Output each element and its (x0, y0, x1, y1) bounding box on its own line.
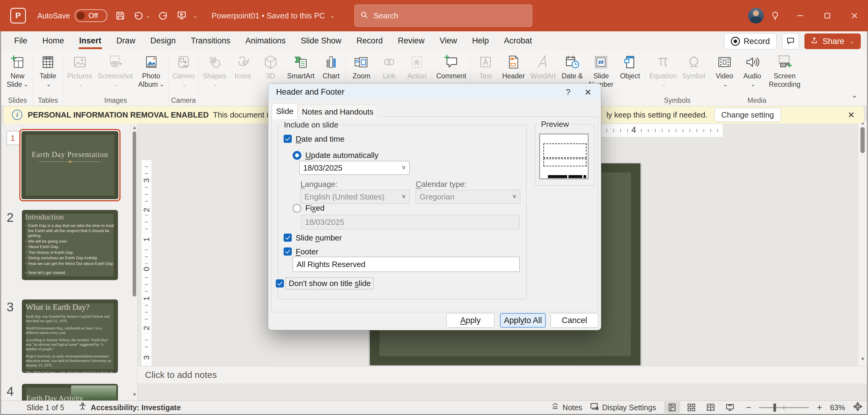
footer-checkbox[interactable] (284, 248, 292, 256)
ribbon-button-icons[interactable]: Icons (229, 51, 257, 89)
tab-record[interactable]: Record (349, 31, 390, 50)
tab-acrobat[interactable]: Acrobat (496, 31, 539, 50)
ribbon-button-screenshot[interactable]: Screenshot⌄ (95, 51, 135, 89)
fixed-date-input[interactable]: 18/03/2025 (301, 215, 520, 229)
close-button[interactable] (841, 0, 868, 31)
panel-scrollbar-thumb[interactable] (133, 131, 136, 296)
slide-thumbnail-4[interactable]: Earth Day Activity (22, 384, 118, 401)
notes-toggle-button[interactable]: Notes (551, 402, 582, 413)
comments-button[interactable] (782, 33, 799, 50)
slide-thumbnail-3[interactable]: What is Earth Day? Earth Day was founded… (22, 299, 118, 373)
ribbon-button-photo-album[interactable]: PhotoAlbum⌄ (135, 51, 167, 89)
scroll-up-icon[interactable]: ▲ (132, 125, 137, 130)
ribbon-button-pictures[interactable]: Pictures⌄ (64, 51, 95, 89)
dialog-help-button[interactable]: ? (563, 87, 573, 97)
accessibility-icon (78, 402, 87, 413)
panel-scrollbar[interactable]: ▲ ▼ (132, 124, 137, 401)
document-title[interactable]: Powerpoint01 • Saved to this PC⌄ (212, 11, 335, 21)
tab-draw[interactable]: Draw (109, 31, 143, 50)
ribbon-button-table[interactable]: Table⌄ (34, 51, 62, 89)
tab-design[interactable]: Design (143, 31, 183, 50)
fixed-radio[interactable] (293, 204, 301, 213)
quick-access-chevron-icon[interactable]: ⌄ (193, 12, 198, 19)
dont-show-title-label[interactable]: Don't show on title slide (286, 278, 373, 289)
tab-view[interactable]: View (432, 31, 464, 50)
tab-file[interactable]: File (7, 31, 35, 50)
ribbon-button-symbol[interactable]: Symbol (679, 51, 708, 89)
tab-review[interactable]: Review (390, 31, 432, 50)
redo-button[interactable] (158, 10, 168, 21)
calendar-type-select[interactable]: Gregorian˅ (415, 190, 520, 204)
start-slideshow-button[interactable] (176, 10, 187, 21)
ribbon-button-audio[interactable]: Audio⌄ (738, 51, 766, 89)
update-automatically-radio[interactable] (293, 151, 301, 160)
apply-to-all-button[interactable]: Apply to All (500, 313, 546, 328)
normal-view-button[interactable] (664, 402, 680, 414)
slide-number-checkbox[interactable] (284, 233, 292, 242)
tab-help[interactable]: Help (464, 31, 496, 50)
zoom-slider-thumb[interactable] (773, 404, 776, 412)
fit-to-window-icon[interactable] (853, 402, 863, 413)
save-button[interactable] (115, 10, 125, 21)
apply-button[interactable]: Apply (446, 313, 495, 328)
canvas-scrollbar[interactable]: ▲ ▼ ▲▲ ▼▼ (858, 121, 867, 381)
notes-placeholder[interactable]: Click to add notes (145, 370, 217, 380)
record-button[interactable]: Record (724, 33, 777, 50)
tab-slide-show[interactable]: Slide Show (293, 31, 349, 50)
ribbon-button-shapes[interactable]: Shapes⌄ (200, 51, 229, 89)
slide-number-label[interactable]: Slide number (296, 233, 342, 243)
minimize-button[interactable] (786, 0, 814, 31)
slide-sorter-view-button[interactable] (683, 402, 700, 414)
display-settings-button[interactable]: Display Settings (590, 402, 656, 413)
share-button[interactable]: Share⌄ (804, 33, 861, 49)
accessibility-status[interactable]: Accessibility: Investigate (78, 402, 181, 413)
ribbon-button-equation[interactable]: Equation⌄ (647, 51, 679, 89)
dialog-tab-slide[interactable]: Slide (272, 103, 298, 119)
notification-close-icon[interactable]: ✕ (848, 110, 855, 120)
search-bar[interactable] (354, 4, 532, 27)
date-format-select[interactable]: 18/03/2025˅ (299, 161, 410, 175)
tab-home[interactable]: Home (35, 31, 72, 50)
footer-label[interactable]: Footer (296, 247, 318, 256)
zoom-in-button[interactable]: + (817, 402, 822, 413)
ribbon-button-video[interactable]: Video⌄ (711, 51, 738, 89)
maximize-button[interactable] (814, 0, 841, 31)
user-avatar[interactable] (748, 8, 764, 24)
language-select[interactable]: English (United States)˅ (301, 190, 410, 204)
ribbon-button-screen-recording[interactable]: ScreenRecording (766, 51, 803, 89)
zoom-out-button[interactable]: − (746, 402, 751, 413)
tab-insert[interactable]: Insert (72, 31, 109, 50)
slide-thumbnail-1[interactable]: Earth Day Presentation Organization Name (19, 129, 121, 201)
record-icon (731, 37, 740, 46)
ribbon-button-cameo[interactable]: Cameo⌄ (170, 51, 197, 89)
dialog-tab-notes-handouts[interactable]: Notes and Handouts (298, 104, 378, 119)
tab-transitions[interactable]: Transitions (183, 31, 238, 50)
date-time-label[interactable]: Date and time (296, 134, 344, 144)
slide-thumbnail-2[interactable]: Introduction •Earth Day is a day that we… (22, 210, 118, 280)
zoom-level[interactable]: 63% (830, 403, 845, 412)
search-input[interactable] (373, 11, 501, 21)
link-icon (381, 53, 397, 72)
ribbon-button-new-slide[interactable]: NewSlide⌄ (4, 51, 31, 89)
canvas-scrollbar-thumb[interactable] (861, 127, 865, 153)
autosave-toggle[interactable]: Off (75, 9, 107, 22)
date-time-checkbox[interactable] (284, 135, 292, 143)
scroll-down-icon[interactable]: ▼ (861, 356, 865, 361)
cancel-button[interactable]: Cancel (551, 313, 598, 328)
notes-pane[interactable]: Click to add notes (138, 366, 868, 383)
tab-animations[interactable]: Animations (238, 31, 293, 50)
zoom-slider[interactable] (759, 407, 809, 408)
slideshow-view-button[interactable] (722, 402, 738, 414)
scroll-down-icon[interactable]: ▼ (132, 392, 137, 397)
update-automatically-label[interactable]: Update automatically (305, 151, 378, 160)
ribbon-button-object[interactable]: Object (616, 51, 644, 89)
footer-text-input[interactable]: All Rights Reserved (293, 257, 520, 272)
reading-view-button[interactable] (703, 402, 719, 414)
change-setting-button[interactable]: Change setting (714, 108, 781, 122)
coach-lightbulb-icon[interactable] (764, 0, 786, 31)
undo-button[interactable]: ⌄ (133, 10, 150, 21)
fixed-label[interactable]: Fixed (305, 203, 324, 213)
dialog-close-icon[interactable]: ✕ (583, 87, 593, 97)
dont-show-title-checkbox[interactable] (276, 279, 284, 288)
collapse-ribbon-chevron-icon[interactable]: ⌄ (851, 90, 858, 100)
